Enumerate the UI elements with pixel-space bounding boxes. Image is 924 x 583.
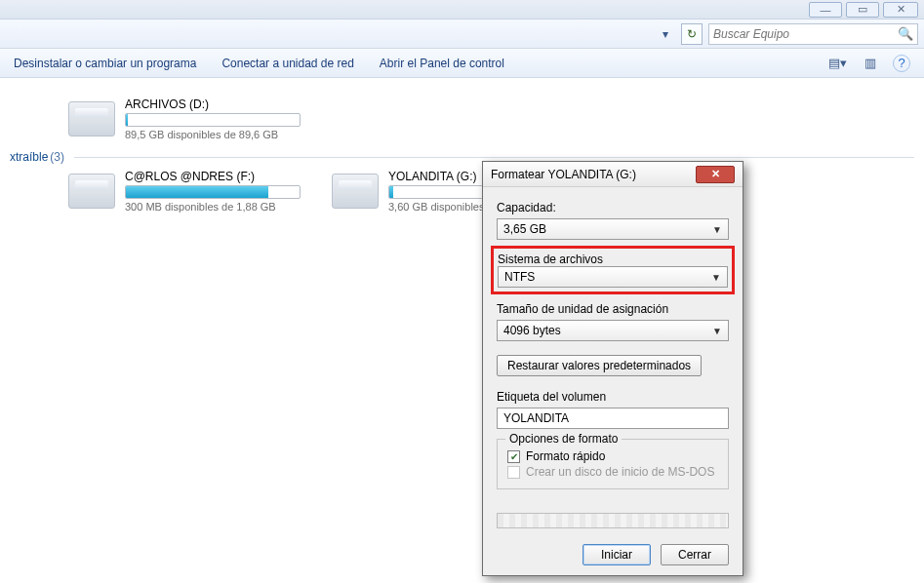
search-input[interactable] [713, 27, 894, 41]
allocation-size-value: 4096 bytes [503, 324, 561, 337]
chevron-down-icon: ▼ [711, 272, 721, 283]
refresh-icon: ↻ [687, 27, 697, 41]
minimize-button[interactable]: — [809, 2, 842, 18]
hard-disk-icon [332, 174, 379, 209]
drive-space-bar [125, 185, 301, 199]
preview-pane-button[interactable]: ▥ [860, 53, 881, 74]
volume-label-input[interactable] [497, 408, 729, 429]
checkbox-icon [507, 466, 520, 479]
view-options-button[interactable]: ▤▾ [826, 53, 848, 74]
filesystem-value: NTFS [504, 270, 535, 284]
chevron-down-icon: ▼ [712, 224, 722, 235]
start-button[interactable]: Iniciar [583, 544, 651, 565]
checkbox-icon: ✔ [507, 450, 520, 463]
msdos-boot-checkbox: Crear un disco de inicio de MS-DOS [507, 465, 718, 479]
search-box[interactable]: 🔍 [708, 23, 918, 45]
history-dropdown-icon[interactable]: ▾ [656, 24, 675, 44]
hard-disk-icon [68, 101, 115, 136]
format-dialog: Formatear YOLANDITA (G:) ✕ Capacidad: 3,… [482, 161, 743, 576]
filesystem-highlight: Sistema de archivos NTFS ▼ [491, 246, 735, 294]
drive-space-text: 89,5 GB disponibles de 89,6 GB [125, 129, 304, 140]
msdos-boot-label: Crear un disco de inicio de MS-DOS [526, 465, 714, 479]
format-options-group: Opciones de formato ✔ Formato rápido Cre… [497, 439, 729, 489]
address-bar-row: ▾ ↻ 🔍 [0, 19, 924, 49]
allocation-size-label: Tamaño de unidad de asignación [497, 302, 729, 316]
cmd-map-network-drive[interactable]: Conectar a unidad de red [221, 57, 353, 70]
dialog-close-button[interactable]: ✕ [696, 166, 735, 183]
window-titlebar: — ▭ ✕ [0, 0, 924, 19]
maximize-button[interactable]: ▭ [846, 2, 879, 18]
window-close-button[interactable]: ✕ [883, 2, 918, 18]
allocation-size-select[interactable]: 4096 bytes ▼ [497, 320, 729, 341]
restore-defaults-button[interactable]: Restaurar valores predeterminados [497, 355, 702, 376]
capacity-label: Capacidad: [497, 201, 729, 214]
filesystem-select[interactable]: NTFS ▼ [498, 266, 728, 288]
drive-name: C@RLOS @NDRES (F:) [125, 170, 304, 183]
drive-name: ARCHIVOS (D:) [125, 97, 304, 111]
help-button[interactable]: ? [893, 55, 910, 72]
search-icon[interactable]: 🔍 [894, 26, 913, 41]
command-bar: Desinstalar o cambiar un programa Conect… [0, 49, 924, 78]
close-button[interactable]: Cerrar [661, 544, 729, 565]
refresh-button[interactable]: ↻ [681, 23, 703, 45]
quick-format-label: Formato rápido [526, 449, 605, 463]
drive-space-bar [125, 113, 301, 127]
dialog-titlebar[interactable]: Formatear YOLANDITA (G:) ✕ [483, 162, 743, 187]
group-header-removable[interactable]: xtraíble (3) [10, 150, 914, 164]
dialog-title-text: Formatear YOLANDITA (G:) [491, 168, 636, 181]
capacity-value: 3,65 GB [503, 222, 546, 236]
filesystem-label: Sistema de archivos [498, 253, 728, 266]
hard-disk-icon [68, 174, 115, 209]
capacity-select[interactable]: 3,65 GB ▼ [497, 218, 729, 240]
volume-label-label: Etiqueta del volumen [497, 390, 729, 404]
group-header-label: xtraíble [10, 150, 48, 164]
explorer-content: ARCHIVOS (D:) 89,5 GB disponibles de 89,… [0, 78, 924, 224]
drive-item-archivos-d[interactable]: ARCHIVOS (D:) 89,5 GB disponibles de 89,… [64, 96, 308, 142]
drive-item-carlos-andres-f[interactable]: C@RLOS @NDRES (F:) 300 MB disponibles de… [64, 168, 308, 214]
chevron-down-icon: ▼ [712, 326, 722, 336]
quick-format-checkbox[interactable]: ✔ Formato rápido [507, 449, 718, 463]
drive-space-text: 300 MB disponibles de 1,88 GB [125, 201, 304, 213]
group-header-count: (3) [50, 150, 64, 164]
format-progress-bar [497, 513, 729, 528]
cmd-open-control-panel[interactable]: Abrir el Panel de control [380, 57, 504, 70]
cmd-uninstall-program[interactable]: Desinstalar o cambiar un programa [14, 57, 196, 70]
format-options-legend: Opciones de formato [505, 432, 622, 446]
